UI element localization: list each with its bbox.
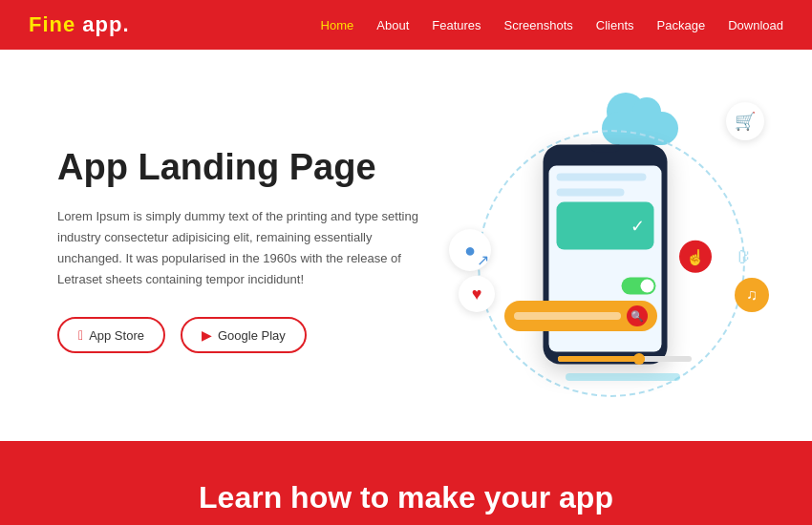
logo-app: app. — [82, 12, 129, 36]
screen-card: ✓ — [557, 202, 654, 250]
appstore-button[interactable]:  App Store — [57, 317, 165, 353]
nav-item-package[interactable]: Package — [657, 16, 706, 33]
hero-description: Lorem Ipsum is simply dummy text of the … — [57, 206, 420, 290]
phone-container: ✓ ● 🛒 ↗ ♥ ♫ ꊢ ☝ — [459, 93, 764, 408]
footer-section: Learn how to make your app — [0, 441, 812, 525]
hero-illustration: ✓ ● 🛒 ↗ ♥ ♫ ꊢ ☝ — [459, 88, 764, 412]
toggle-switch — [622, 278, 656, 295]
hero-content: App Landing Page Lorem Ipsum is simply d… — [57, 147, 459, 353]
search-bar-text — [514, 312, 621, 320]
screen-line-1 — [557, 174, 647, 181]
appstore-label: App Store — [89, 328, 144, 343]
play-icon: ▶ — [202, 327, 212, 343]
hero-section: App Landing Page Lorem Ipsum is simply d… — [0, 50, 812, 441]
cursor-icon: ☝ — [679, 241, 712, 273]
nav-item-clients[interactable]: Clients — [596, 16, 634, 33]
toggle-knob — [641, 280, 654, 293]
search-icon: 🔍 — [627, 305, 648, 326]
googleplay-label: Google Play — [218, 328, 286, 343]
search-bar-illustration: 🔍 — [504, 301, 657, 331]
nav-item-about[interactable]: About — [376, 16, 409, 33]
phone-notch — [591, 145, 620, 153]
apple-icon:  — [78, 327, 83, 343]
googleplay-button[interactable]: ▶ Google Play — [181, 317, 307, 353]
footer-tagline: Learn how to make your app — [199, 480, 613, 515]
phone-device: ✓ — [544, 145, 668, 365]
slider-illustration — [558, 356, 692, 362]
arrow-icon: ↗ — [468, 245, 497, 274]
logo: Fine app. — [29, 12, 130, 37]
slider-knob — [633, 353, 645, 365]
nav-item-features[interactable]: Features — [432, 16, 481, 33]
nav-item-download[interactable]: Download — [728, 16, 783, 33]
navbar: Fine app. Home About Features Screenshot… — [0, 0, 812, 50]
wifi-icon: ꊢ — [734, 244, 755, 269]
slider-fill — [558, 356, 645, 362]
screen-line-2 — [557, 189, 625, 197]
hero-title: App Landing Page — [57, 147, 459, 189]
nav-item-home[interactable]: Home — [321, 16, 354, 33]
cta-buttons:  App Store ▶ Google Play — [57, 317, 459, 353]
heart-icon: ♥ — [459, 276, 495, 312]
nav-item-screenshots[interactable]: Screenshots — [504, 16, 573, 33]
basket-icon: 🛒 — [726, 102, 764, 140]
bottom-bar-illustration — [566, 373, 680, 381]
nav-links: Home About Features Screenshots Clients … — [321, 16, 783, 33]
music-icon: ♫ — [735, 278, 769, 312]
check-icon: ✓ — [630, 216, 645, 237]
logo-fine: Fine — [29, 12, 75, 36]
